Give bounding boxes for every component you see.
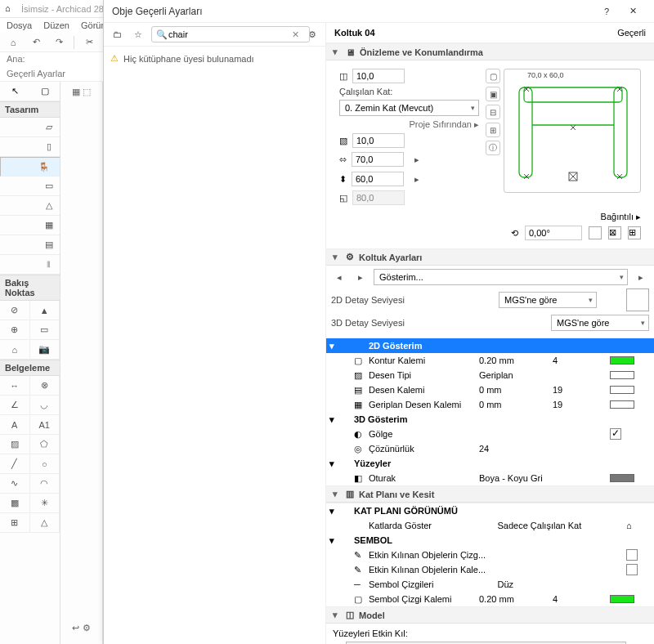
camera-tool-icon[interactable]: ⌂ [0, 340, 30, 360]
view-3d-icon[interactable]: ▣ [486, 87, 500, 101]
detail-tool-icon[interactable]: ⊕ [0, 320, 30, 340]
collapse-koltuk-icon[interactable]: ▾ [333, 252, 341, 262]
grid-tool-icon[interactable]: ⊞ [0, 513, 30, 533]
sembol-h[interactable]: SEMBOL [354, 535, 651, 545]
prev-page-icon[interactable]: ◂ [331, 269, 347, 285]
shadow-check[interactable] [610, 428, 621, 440]
midstrip-row1[interactable]: ▦ ⬚ [60, 82, 102, 101]
gosterim-select[interactable]: Gösterim... [374, 269, 628, 285]
circle-tool-icon[interactable]: ○ [30, 454, 60, 474]
table-row[interactable]: ◐Gölge [326, 427, 654, 441]
rotate-icon[interactable]: ⟲ [511, 228, 518, 239]
menu-file[interactable]: Dosya [7, 20, 32, 30]
line-tool-icon[interactable]: ╱ [0, 454, 30, 474]
arrow-tool-icon[interactable]: ↖ [0, 82, 30, 101]
clear-search-icon[interactable]: ✕ [292, 29, 299, 40]
table-row[interactable]: ▢Kontur Kalemi0.20 mm4 [326, 353, 654, 368]
door-tool-icon[interactable]: ▯ [0, 137, 60, 157]
mirror-x-icon[interactable] [589, 226, 602, 239]
home-icon[interactable]: ⌂ [5, 34, 21, 51]
table-row[interactable]: ▤Desen Kalemi0 mm19 [326, 382, 654, 397]
palette-doc[interactable]: Belgeleme [0, 360, 60, 376]
marquee-tool-icon[interactable]: ▢ [30, 82, 60, 101]
info-icon[interactable]: ⓘ [486, 141, 500, 155]
grid-h1[interactable]: 2D Gösterim [369, 341, 651, 351]
sembol-check1[interactable] [626, 549, 638, 561]
close-button[interactable]: ✕ [620, 6, 646, 16]
height-input[interactable] [352, 133, 405, 148]
palette-design[interactable]: Tasarım [0, 101, 60, 118]
worksheet-tool-icon[interactable]: ▭ [30, 320, 60, 340]
curtain-tool-icon[interactable]: ▤ [0, 235, 60, 255]
table-row[interactable]: ✎Etkin Kılınan Objelerin Kale... [326, 562, 654, 577]
angle-tool-icon[interactable]: ∠ [0, 396, 30, 415]
change-tool-icon[interactable]: △ [30, 513, 60, 533]
table-row[interactable]: ◎Çözünürlük24 [326, 441, 654, 456]
fill-tool-icon[interactable]: ▨ [0, 435, 30, 454]
project-zero-label[interactable]: Proje Sıfırından ▸ [410, 119, 480, 130]
table-row[interactable]: ▢Sembol Çizgi Kalemi0.20 mm4 [326, 592, 654, 606]
detay2d-select[interactable]: MGS'ne göre [499, 292, 597, 308]
sembol-check2[interactable] [626, 564, 638, 575]
table-row[interactable]: ─Sembol ÇizgileriDüz [326, 577, 654, 592]
table-row[interactable]: ◧OturakBoya - Koyu Gri [326, 471, 654, 485]
katplan-h[interactable]: KAT PLANI GÖRÜNÜMÜ [354, 506, 651, 516]
search-input[interactable] [151, 26, 310, 42]
poly-tool-icon[interactable]: ⬠ [30, 435, 60, 454]
view-front-icon[interactable]: ⊞ [486, 123, 500, 137]
help-button[interactable]: ? [594, 7, 620, 16]
stepper-y-icon[interactable]: ▸ [409, 171, 425, 187]
palette-view[interactable]: Bakış Noktas [0, 275, 60, 301]
redo-icon[interactable]: ↷ [51, 34, 67, 51]
story-select[interactable]: 0. Zemin Kat (Mevcut) [339, 100, 479, 116]
mesh-tool-icon[interactable]: ▦ [0, 216, 60, 235]
grid-h3[interactable]: Yüzeyler [354, 458, 651, 468]
view-2d-icon[interactable]: ▢ [486, 69, 500, 83]
table-row[interactable]: ▦Geriplan Desen Kalemi0 mm19 [326, 397, 654, 412]
collapse-preview-icon[interactable]: ▾ [333, 47, 341, 57]
label-tool-icon[interactable]: A1 [30, 415, 60, 435]
cut-icon[interactable]: ✂ [81, 34, 97, 51]
hatch-tool-icon[interactable]: ▩ [0, 494, 30, 513]
grid-h2[interactable]: 3D Gösterim [354, 414, 651, 424]
wall-tool-icon[interactable]: ▱ [0, 118, 60, 137]
railing-tool-icon[interactable]: ⦀ [0, 255, 60, 275]
elev-tool-icon[interactable]: ▲ [30, 301, 60, 320]
section-tool-icon[interactable]: ⊘ [0, 301, 30, 320]
midstrip-row2[interactable]: ↩ ⚙ [60, 618, 102, 637]
star-icon[interactable]: ☆ [130, 26, 146, 42]
table-row[interactable]: ✎Etkin Kılınan Objelerin Çizg... [326, 548, 654, 562]
x-input[interactable] [352, 152, 404, 167]
undo-icon[interactable]: ↶ [28, 34, 44, 51]
detay3d-select[interactable]: MGS'ne göre [551, 315, 649, 331]
view-side-icon[interactable]: ⊟ [486, 105, 500, 119]
beam-tool-icon[interactable]: ▭ [0, 177, 60, 196]
bagil-label[interactable]: Bağıntılı ▸ [601, 212, 641, 222]
collapse-model-icon[interactable]: ▾ [333, 610, 341, 620]
y-input[interactable] [352, 172, 404, 186]
dim-tool-icon[interactable]: ↔ [0, 376, 30, 396]
model-label: Yüzeyleri Etkin Kıl: [333, 628, 408, 638]
level-tool-icon[interactable]: ⊗ [30, 376, 60, 396]
mirror-y-icon[interactable]: ⊠ [608, 226, 621, 239]
angle-input[interactable] [525, 226, 582, 240]
arc-tool-icon[interactable]: ◠ [30, 474, 60, 494]
hotspot-tool-icon[interactable]: ✳ [30, 494, 60, 513]
table-row[interactable]: ▨Desen TipiGeriplan [326, 368, 654, 382]
width-input[interactable] [352, 69, 405, 83]
story-label: Çalışılan Kat: [339, 87, 479, 96]
camera2-tool-icon[interactable]: 📷 [30, 340, 60, 360]
stepper-x-icon[interactable]: ▸ [409, 151, 425, 168]
mirror-both-icon[interactable]: ⊞ [628, 226, 641, 239]
next-page-icon[interactable]: ▸ [352, 269, 369, 285]
menu-edit[interactable]: Düzen [43, 20, 69, 30]
table-row[interactable]: Katlarda GösterSadece Çalışılan Kat⌂ [326, 518, 654, 533]
text-tool-icon[interactable]: A [0, 415, 30, 435]
spline-tool-icon[interactable]: ∿ [0, 474, 30, 494]
expand-icon[interactable]: ▸ [633, 269, 649, 285]
folder-icon[interactable]: 🗀 [109, 26, 125, 42]
collapse-katplan-icon[interactable]: ▾ [333, 489, 341, 499]
roof-tool-icon[interactable]: △ [0, 196, 60, 216]
radial-tool-icon[interactable]: ◡ [30, 396, 60, 415]
object-tool-icon[interactable]: 🪑 [0, 157, 60, 177]
